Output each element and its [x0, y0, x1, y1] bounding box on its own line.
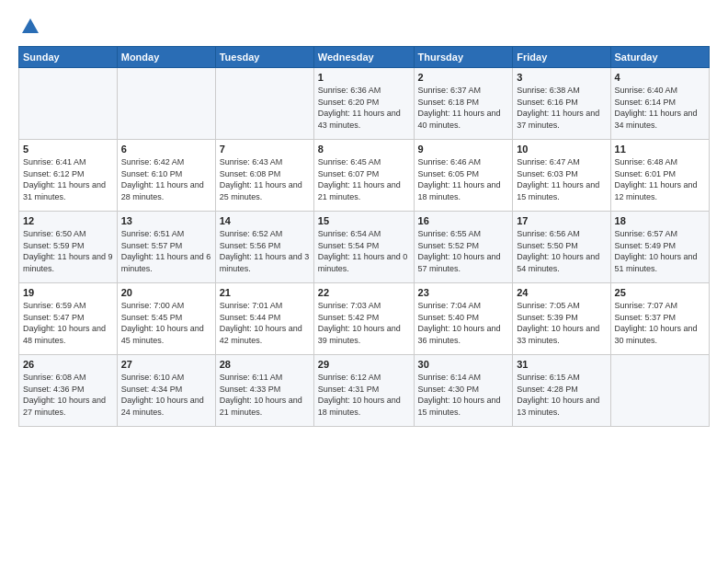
- day-number: 18: [615, 215, 705, 226]
- day-cell: 24Sunrise: 7:05 AM Sunset: 5:39 PM Dayli…: [513, 283, 610, 355]
- day-cell: 25Sunrise: 7:07 AM Sunset: 5:37 PM Dayli…: [610, 283, 709, 355]
- header: [18, 17, 710, 37]
- day-number: 16: [418, 215, 509, 226]
- calendar-header-row: SundayMondayTuesdayWednesdayThursdayFrid…: [19, 47, 710, 68]
- day-info: Sunrise: 6:40 AM Sunset: 6:14 PM Dayligh…: [615, 85, 705, 131]
- day-number: 4: [615, 72, 705, 83]
- day-number: 28: [220, 359, 310, 370]
- day-number: 20: [121, 287, 211, 298]
- day-info: Sunrise: 7:04 AM Sunset: 5:40 PM Dayligh…: [418, 300, 509, 346]
- week-row-3: 12Sunrise: 6:50 AM Sunset: 5:59 PM Dayli…: [19, 212, 710, 283]
- day-cell: 18Sunrise: 6:57 AM Sunset: 5:49 PM Dayli…: [610, 212, 709, 283]
- day-number: 10: [517, 144, 606, 155]
- day-header-friday: Friday: [513, 47, 610, 68]
- day-cell: 19Sunrise: 6:59 AM Sunset: 5:47 PM Dayli…: [19, 283, 118, 355]
- week-row-1: 1Sunrise: 6:36 AM Sunset: 6:20 PM Daylig…: [19, 68, 710, 140]
- day-number: 29: [318, 359, 410, 370]
- day-info: Sunrise: 6:55 AM Sunset: 5:52 PM Dayligh…: [418, 228, 509, 274]
- day-number: 26: [23, 359, 113, 370]
- day-cell: 20Sunrise: 7:00 AM Sunset: 5:45 PM Dayli…: [117, 283, 215, 355]
- day-cell: 16Sunrise: 6:55 AM Sunset: 5:52 PM Dayli…: [414, 212, 513, 283]
- day-info: Sunrise: 6:42 AM Sunset: 6:10 PM Dayligh…: [121, 156, 211, 202]
- day-info: Sunrise: 7:00 AM Sunset: 5:45 PM Dayligh…: [121, 300, 211, 346]
- day-info: Sunrise: 6:43 AM Sunset: 6:08 PM Dayligh…: [220, 156, 310, 202]
- day-number: 24: [517, 287, 606, 298]
- day-info: Sunrise: 6:15 AM Sunset: 4:28 PM Dayligh…: [517, 372, 606, 418]
- day-info: Sunrise: 6:56 AM Sunset: 5:50 PM Dayligh…: [517, 228, 606, 274]
- day-info: Sunrise: 6:37 AM Sunset: 6:18 PM Dayligh…: [418, 85, 509, 131]
- day-header-tuesday: Tuesday: [215, 47, 313, 68]
- day-number: 14: [220, 215, 310, 226]
- day-info: Sunrise: 6:48 AM Sunset: 6:01 PM Dayligh…: [615, 156, 705, 202]
- day-info: Sunrise: 6:12 AM Sunset: 4:31 PM Dayligh…: [318, 372, 410, 418]
- day-info: Sunrise: 6:38 AM Sunset: 6:16 PM Dayligh…: [517, 85, 606, 131]
- day-number: 27: [121, 359, 211, 370]
- day-header-sunday: Sunday: [19, 47, 118, 68]
- day-number: 5: [23, 144, 113, 155]
- day-number: 1: [318, 72, 410, 83]
- calendar: SundayMondayTuesdayWednesdayThursdayFrid…: [18, 46, 710, 427]
- day-number: 6: [121, 144, 211, 155]
- day-cell: 26Sunrise: 6:08 AM Sunset: 4:36 PM Dayli…: [19, 355, 118, 427]
- day-info: Sunrise: 6:41 AM Sunset: 6:12 PM Dayligh…: [23, 156, 113, 202]
- day-info: Sunrise: 6:46 AM Sunset: 6:05 PM Dayligh…: [418, 156, 509, 202]
- day-number: 8: [318, 144, 410, 155]
- day-number: 3: [517, 72, 606, 83]
- logo-icon: [20, 17, 40, 37]
- day-cell: 17Sunrise: 6:56 AM Sunset: 5:50 PM Dayli…: [513, 212, 610, 283]
- day-cell: 21Sunrise: 7:01 AM Sunset: 5:44 PM Dayli…: [215, 283, 313, 355]
- day-cell: 11Sunrise: 6:48 AM Sunset: 6:01 PM Dayli…: [610, 140, 709, 212]
- day-cell: 5Sunrise: 6:41 AM Sunset: 6:12 PM Daylig…: [19, 140, 118, 212]
- day-cell: 13Sunrise: 6:51 AM Sunset: 5:57 PM Dayli…: [117, 212, 215, 283]
- day-number: 23: [418, 287, 509, 298]
- week-row-2: 5Sunrise: 6:41 AM Sunset: 6:12 PM Daylig…: [19, 140, 710, 212]
- day-number: 7: [220, 144, 310, 155]
- day-number: 12: [23, 215, 113, 226]
- day-number: 9: [418, 144, 509, 155]
- day-info: Sunrise: 6:45 AM Sunset: 6:07 PM Dayligh…: [318, 156, 410, 202]
- day-info: Sunrise: 7:05 AM Sunset: 5:39 PM Dayligh…: [517, 300, 606, 346]
- day-cell: 10Sunrise: 6:47 AM Sunset: 6:03 PM Dayli…: [513, 140, 610, 212]
- day-header-wednesday: Wednesday: [313, 47, 414, 68]
- day-info: Sunrise: 7:07 AM Sunset: 5:37 PM Dayligh…: [615, 300, 705, 346]
- day-cell: 30Sunrise: 6:14 AM Sunset: 4:30 PM Dayli…: [414, 355, 513, 427]
- day-number: 19: [23, 287, 113, 298]
- day-info: Sunrise: 6:50 AM Sunset: 5:59 PM Dayligh…: [23, 228, 113, 274]
- day-cell: 31Sunrise: 6:15 AM Sunset: 4:28 PM Dayli…: [513, 355, 610, 427]
- day-number: 22: [318, 287, 410, 298]
- day-info: Sunrise: 6:52 AM Sunset: 5:56 PM Dayligh…: [220, 228, 310, 274]
- day-header-thursday: Thursday: [414, 47, 513, 68]
- day-header-monday: Monday: [117, 47, 215, 68]
- day-info: Sunrise: 6:36 AM Sunset: 6:20 PM Dayligh…: [318, 85, 410, 131]
- day-header-saturday: Saturday: [610, 47, 709, 68]
- logo: [18, 17, 40, 37]
- day-info: Sunrise: 6:57 AM Sunset: 5:49 PM Dayligh…: [615, 228, 705, 274]
- day-number: 2: [418, 72, 509, 83]
- day-info: Sunrise: 6:08 AM Sunset: 4:36 PM Dayligh…: [23, 372, 113, 418]
- day-cell: 27Sunrise: 6:10 AM Sunset: 4:34 PM Dayli…: [117, 355, 215, 427]
- day-cell: 4Sunrise: 6:40 AM Sunset: 6:14 PM Daylig…: [610, 68, 709, 140]
- day-cell: 14Sunrise: 6:52 AM Sunset: 5:56 PM Dayli…: [215, 212, 313, 283]
- week-row-5: 26Sunrise: 6:08 AM Sunset: 4:36 PM Dayli…: [19, 355, 710, 427]
- day-cell: 6Sunrise: 6:42 AM Sunset: 6:10 PM Daylig…: [117, 140, 215, 212]
- day-number: 21: [220, 287, 310, 298]
- day-cell: 28Sunrise: 6:11 AM Sunset: 4:33 PM Dayli…: [215, 355, 313, 427]
- day-cell: [610, 355, 709, 427]
- day-cell: 1Sunrise: 6:36 AM Sunset: 6:20 PM Daylig…: [313, 68, 414, 140]
- day-info: Sunrise: 7:01 AM Sunset: 5:44 PM Dayligh…: [220, 300, 310, 346]
- day-cell: 2Sunrise: 6:37 AM Sunset: 6:18 PM Daylig…: [414, 68, 513, 140]
- day-cell: 9Sunrise: 6:46 AM Sunset: 6:05 PM Daylig…: [414, 140, 513, 212]
- day-number: 25: [615, 287, 705, 298]
- day-cell: 12Sunrise: 6:50 AM Sunset: 5:59 PM Dayli…: [19, 212, 118, 283]
- svg-marker-0: [22, 18, 39, 33]
- day-cell: [117, 68, 215, 140]
- day-number: 15: [318, 215, 410, 226]
- day-cell: 15Sunrise: 6:54 AM Sunset: 5:54 PM Dayli…: [313, 212, 414, 283]
- day-number: 17: [517, 215, 606, 226]
- week-row-4: 19Sunrise: 6:59 AM Sunset: 5:47 PM Dayli…: [19, 283, 710, 355]
- day-info: Sunrise: 6:54 AM Sunset: 5:54 PM Dayligh…: [318, 228, 410, 274]
- day-cell: 29Sunrise: 6:12 AM Sunset: 4:31 PM Dayli…: [313, 355, 414, 427]
- day-number: 13: [121, 215, 211, 226]
- day-info: Sunrise: 6:10 AM Sunset: 4:34 PM Dayligh…: [121, 372, 211, 418]
- day-info: Sunrise: 6:51 AM Sunset: 5:57 PM Dayligh…: [121, 228, 211, 274]
